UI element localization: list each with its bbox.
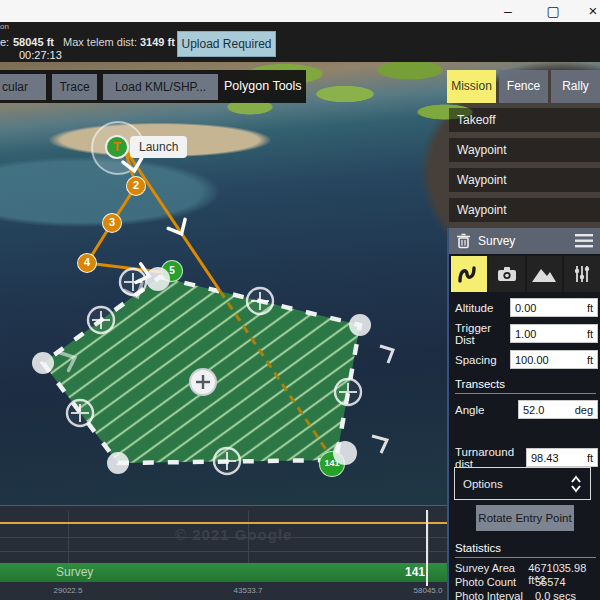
transects-wave-icon: [457, 263, 481, 285]
minimize-button[interactable]: –: [493, 0, 523, 22]
load-kml-button[interactable]: Load KML/SHP...: [103, 74, 218, 100]
survey-band-label: Survey: [56, 565, 93, 579]
circular-button[interactable]: cular: [0, 74, 46, 100]
chart-cursor-line: [426, 510, 428, 586]
launch-label: Launch: [130, 136, 187, 158]
transects-section-header: Transects: [455, 378, 596, 394]
vertex-handle[interactable]: [333, 441, 357, 465]
survey-title: Survey: [478, 234, 568, 248]
turnaround-input[interactable]: 98.43 ft: [526, 448, 598, 467]
x-axis-tick: 29022.5: [38, 586, 98, 595]
tab-rally[interactable]: Rally: [551, 70, 600, 103]
elevation-profile-chart[interactable]: © 2021 Google Survey 141 29022.5 43533.7…: [0, 505, 447, 600]
altitude-input[interactable]: 0.00 ft: [510, 298, 598, 317]
list-item-waypoint[interactable]: Waypoint: [449, 138, 600, 162]
waypoint-3-marker[interactable]: 3: [102, 213, 122, 233]
list-item-waypoint[interactable]: Waypoint: [449, 198, 600, 222]
distance-value: 58045 ft: [13, 36, 54, 48]
tab-fence[interactable]: Fence: [499, 70, 548, 103]
photo-interval-label: Photo Interval: [455, 590, 535, 600]
angle-label: Angle: [455, 404, 518, 416]
max-telem-value: 3149 ft: [140, 36, 175, 48]
statistics-section-header: Statistics: [455, 542, 596, 558]
tab-mission[interactable]: Mission: [447, 70, 496, 103]
survey-end-count: 141: [405, 565, 425, 579]
altitude-label: Altitude: [455, 302, 510, 314]
telemetry-bar: on e: 58045 ft Max telem dist: 3149 ft U…: [0, 22, 600, 62]
list-item-takeoff[interactable]: Takeoff: [449, 108, 600, 132]
survey-header: Survey: [449, 228, 600, 254]
upload-required-button[interactable]: Upload Required: [177, 31, 276, 57]
survey-panel: Survey: [447, 228, 600, 600]
plan-tabs: Mission Fence Rally: [447, 70, 600, 103]
map-watermark: © 2021 Google: [175, 526, 292, 543]
max-telem-label: Max telem dist:: [63, 36, 137, 48]
maximize-button[interactable]: ▢: [538, 0, 568, 22]
photo-interval-value: 0.0 secs: [535, 590, 576, 600]
trash-icon[interactable]: [456, 233, 471, 249]
list-item-waypoint[interactable]: Waypoint: [449, 168, 600, 192]
photo-count-label: Photo Count: [455, 576, 535, 588]
options-label: Options: [463, 478, 570, 490]
tab-transects[interactable]: [451, 256, 487, 292]
mountain-icon: [531, 265, 557, 283]
trace-button[interactable]: Trace: [52, 74, 97, 100]
trigger-dist-label: Trigger Dist: [455, 322, 510, 346]
vertex-handle[interactable]: [146, 267, 170, 291]
spacing-label: Spacing: [455, 354, 510, 366]
altitude-reference-line: [0, 522, 447, 524]
spacing-input[interactable]: 100.00 ft: [510, 350, 598, 369]
options-dropdown[interactable]: Options: [454, 467, 591, 500]
polygon-tools-title: Polygon Tools: [224, 70, 302, 103]
survey-mode-tabs: [451, 256, 600, 292]
telemetry-partial-top: on: [0, 22, 9, 31]
chevron-up-down-icon: [570, 475, 582, 493]
tab-camera-settings[interactable]: [564, 256, 600, 292]
close-button[interactable]: ×: [578, 0, 600, 22]
window-titlebar: – ▢ ×: [0, 0, 600, 22]
camera-icon: [496, 264, 518, 284]
rotate-entry-point-button[interactable]: Rotate Entry Point: [476, 505, 574, 531]
angle-input[interactable]: 52.0 deg: [518, 400, 598, 419]
sliders-icon: [572, 264, 592, 284]
mission-time: 00:27:13: [19, 49, 62, 61]
mission-item-list: Takeoff Waypoint Waypoint Waypoint: [449, 108, 600, 228]
photo-count-value: 55574: [535, 576, 566, 588]
launch-marker[interactable]: T: [105, 135, 129, 159]
polygon-toolbar: cular Trace Load KML/SHP... Polygon Tool…: [0, 70, 306, 103]
waypoint-2-marker[interactable]: 2: [126, 176, 146, 196]
x-axis-tick: 43533.7: [218, 586, 278, 595]
tab-terrain[interactable]: [527, 256, 563, 292]
tab-camera[interactable]: [489, 256, 525, 292]
trigger-dist-input[interactable]: 1.00 ft: [510, 324, 598, 343]
waypoint-4-marker[interactable]: 4: [77, 253, 97, 273]
turnaround-label: Turnaround dist: [455, 446, 526, 470]
hamburger-menu-icon[interactable]: [575, 234, 593, 248]
distance-partial-label: e:: [0, 36, 9, 48]
survey-profile-band: Survey 141: [0, 563, 447, 582]
